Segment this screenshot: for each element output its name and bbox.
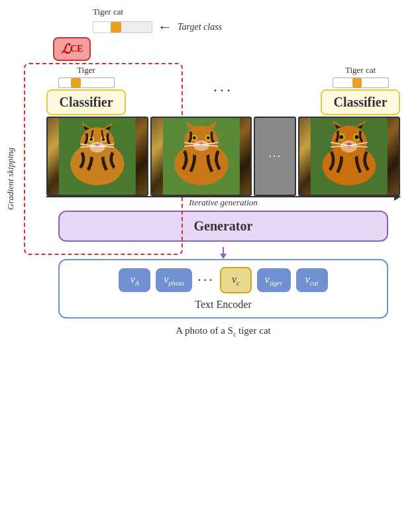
- token-va-letter: v: [131, 274, 135, 285]
- token-dots: ···: [197, 272, 215, 289]
- svg-point-39: [355, 135, 359, 139]
- generator-label: Generator: [194, 219, 253, 233]
- connector-arrow: [40, 247, 407, 259]
- iterative-arrow-container: [40, 196, 407, 197]
- token-vc: vc: [220, 267, 252, 293]
- top-tiger-cat-label: Tiger cat: [93, 7, 123, 17]
- token-vcat-letter: v: [305, 274, 310, 285]
- text-encoder-label: Text Encoder: [195, 299, 252, 311]
- token-vc-letter: v: [232, 274, 236, 285]
- token-vphoto-sub: photo: [169, 279, 185, 287]
- generator-box: Generator: [58, 211, 389, 242]
- loss-box: ℒCE: [53, 37, 91, 61]
- loss-symbol: ℒ: [61, 41, 70, 57]
- svg-marker-50: [220, 254, 227, 259]
- token-va-sub: A: [135, 279, 139, 287]
- right-classifier-label: Classifier: [333, 95, 387, 109]
- svg-point-7: [102, 138, 105, 141]
- left-classifier-block: Tiger Classifier: [46, 65, 126, 115]
- token-vtiger-letter: v: [265, 274, 270, 285]
- left-classifier-box: Classifier: [46, 89, 126, 115]
- left-classifier-label: Classifier: [59, 95, 113, 109]
- token-vtiger-sub: tiger: [270, 279, 283, 287]
- left-classifier-sublabel: Tiger: [77, 65, 95, 76]
- target-class-label: Target class: [178, 22, 222, 32]
- right-classifier-sublabel: Tiger cat: [345, 65, 376, 76]
- right-classifier-box: Classifier: [321, 89, 400, 115]
- token-va: vA: [119, 268, 150, 292]
- token-vc-sub: c: [236, 279, 240, 287]
- classifiers-row: Tiger Classifier ··· Tiger cat Classifie…: [40, 65, 407, 115]
- right-classifier-block: Tiger cat Classifier: [321, 65, 400, 115]
- loss-row: ℒCE: [53, 37, 91, 61]
- tiger-image-1: [46, 117, 148, 196]
- right-prob-bar: [333, 77, 389, 88]
- gradient-skipping-label: Gradient skipping: [5, 113, 16, 245]
- middle-dots: ···: [126, 81, 321, 99]
- tiger-image-3: ···: [254, 117, 296, 196]
- tokens-row: vA vphoto ··· vc vtiger vcat: [119, 267, 327, 293]
- tiger-image-2: [150, 117, 252, 196]
- svg-point-38: [340, 135, 344, 139]
- top-probability-bar: [93, 21, 152, 33]
- left-prob-bar: [58, 77, 115, 88]
- svg-point-6: [89, 138, 93, 141]
- svg-point-40: [346, 143, 352, 147]
- token-vcat: vcat: [296, 268, 328, 292]
- caption-prefix: A photo of a S: [176, 325, 233, 336]
- text-encoder-section: vA vphoto ··· vc vtiger vcat Text Encode…: [58, 259, 389, 319]
- bottom-caption: A photo of a Sc tiger cat: [176, 325, 270, 338]
- svg-point-23: [193, 136, 196, 140]
- token-vcat-sub: cat: [310, 279, 319, 287]
- svg-point-24: [207, 136, 210, 140]
- iterative-generation-label: Iterative generation: [189, 197, 258, 208]
- iterative-arrow-line: [46, 196, 400, 197]
- images-row: ···: [40, 117, 407, 196]
- tiger-image-4: [298, 117, 400, 196]
- caption-suffix: tiger cat: [236, 325, 270, 336]
- token-vphoto: vphoto: [156, 268, 192, 292]
- token-vtiger: vtiger: [257, 268, 291, 292]
- loss-subscript: CE: [70, 44, 83, 54]
- target-arrow: ←: [158, 19, 172, 36]
- token-vphoto-letter: v: [164, 274, 168, 285]
- main-diagram: Gradient skipping Tiger cat ← Target cla…: [0, 0, 420, 506]
